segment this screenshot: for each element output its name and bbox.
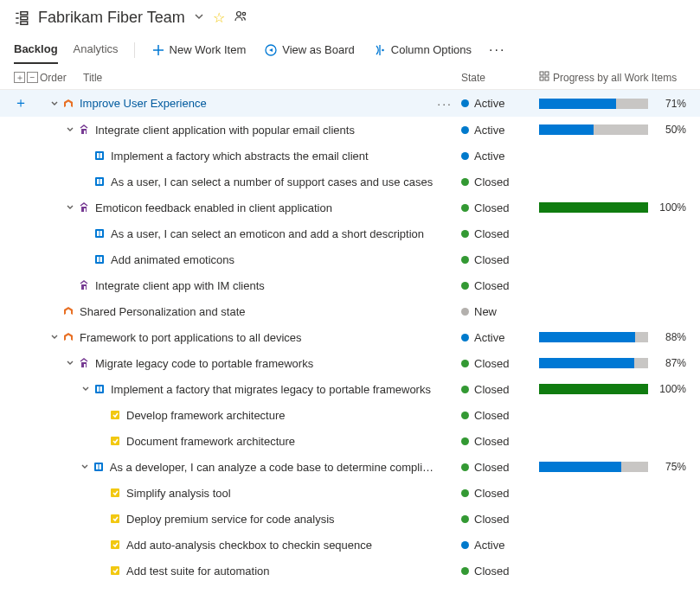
work-item-title[interactable]: Integrate client app with IM clients [95,279,265,292]
backlog-row[interactable]: Integrate client application with popula… [0,117,700,143]
svg-rect-15 [97,179,100,184]
feature-icon [78,279,90,291]
story-icon [93,176,106,188]
title-cell: Shared Personalization and state [50,305,437,318]
column-progress[interactable]: Progress by all Work Items [539,71,686,84]
progress-percent: 100% [655,383,686,395]
collapse-all-button[interactable]: − [27,72,38,83]
backlog-row[interactable]: Framework to port applications to all de… [0,324,700,350]
column-state[interactable]: State [461,72,539,84]
backlog-row[interactable]: Document framework architecture···Closed [0,428,700,454]
backlog-row[interactable]: Simplify analysis tool···Closed [0,480,700,506]
backlog-row[interactable]: Implement a factory that migrates legacy… [0,376,700,402]
feature-icon [78,124,90,136]
work-item-title[interactable]: Add animated emoticons [111,253,234,266]
tab-backlog[interactable]: Backlog [14,35,58,64]
backlog-row[interactable]: Add test suite for automation···Closed [0,558,700,584]
backlog-row[interactable]: ＋Improve User Experience···Active71% [0,90,700,117]
state-dot-icon [461,99,469,107]
expand-caret[interactable] [66,125,76,134]
backlog-row[interactable]: Migrate legacy code to portable framewor… [0,350,700,376]
work-item-title[interactable]: Framework to port applications to all de… [80,331,302,344]
backlog-row[interactable]: Integrate client app with IM clients···C… [0,272,700,298]
column-options-button[interactable]: Column Options [372,40,473,60]
progress-cell: 88% [539,331,686,343]
svg-rect-1 [21,16,28,19]
state-label: Active [474,124,504,137]
title-cell: Migrate legacy code to portable framewor… [50,357,437,370]
progress-bar [539,462,648,472]
more-actions-button[interactable]: ··· [489,42,505,58]
team-members-icon[interactable] [234,10,247,26]
story-icon [93,253,106,265]
row-more-actions[interactable]: ··· [437,97,453,111]
state-cell: Active [461,124,539,137]
expand-all-button[interactable]: ＋ [14,72,25,83]
backlog-row[interactable]: As a user, I can select a number of supp… [0,169,700,195]
backlog-rows: ＋Improve User Experience···Active71%Inte… [0,90,700,584]
new-work-item-button[interactable]: New Work Item [151,40,248,60]
tab-analytics[interactable]: Analytics [74,35,119,64]
backlog-row[interactable]: As a user, I can select an emoticon and … [0,220,700,246]
work-item-title[interactable]: Add test suite for automation [126,565,269,578]
work-item-title[interactable]: As a user, I can select a number of supp… [111,176,433,188]
progress-cell: 100% [539,383,686,395]
backlog-row[interactable]: Implement a factory which abstracts the … [0,143,700,169]
work-item-title[interactable]: Add auto-analysis checkbox to checkin se… [126,539,372,552]
backlog-row[interactable]: Deploy premium service for code analysis… [0,506,700,532]
state-cell: Closed [461,513,539,526]
state-dot-icon [461,515,469,523]
work-item-title[interactable]: Migrate legacy code to portable framewor… [95,357,313,370]
work-item-title[interactable]: Integrate client application with popula… [95,124,355,137]
backlog-row[interactable]: Add auto-analysis checkbox to checkin se… [0,532,700,558]
svg-rect-26 [111,411,119,419]
backlog-row[interactable]: Shared Personalization and state···New [0,298,700,324]
view-as-board-button[interactable]: View as Board [263,40,356,60]
svg-rect-21 [97,257,100,262]
svg-rect-2 [21,21,28,23]
work-item-title[interactable]: Shared Personalization and state [80,305,246,318]
title-cell: Framework to port applications to all de… [50,331,437,344]
expand-caret[interactable] [81,385,92,393]
work-item-title[interactable]: Simplify analysis tool [126,487,231,500]
task-icon [109,565,121,577]
chevron-down-icon[interactable] [194,11,204,24]
state-label: Closed [474,176,509,188]
board-icon [265,44,277,56]
title-cell: Add auto-analysis checkbox to checkin se… [50,539,437,552]
expand-caret[interactable] [50,99,61,108]
work-item-title[interactable]: Implement a factory which abstracts the … [111,150,369,163]
state-label: Closed [474,435,509,448]
backlog-row[interactable]: Emoticon feedback enabled in client appl… [0,195,700,220]
add-child-button[interactable]: ＋ [14,94,28,112]
work-item-title[interactable]: Implement a factory that migrates legacy… [111,383,431,396]
work-item-title[interactable]: As a developer, I can analyze a code bas… [110,461,438,474]
column-title[interactable]: Title [83,72,461,84]
work-item-title[interactable]: Document framework architecture [126,435,295,448]
svg-rect-14 [95,177,104,186]
work-item-title[interactable]: Improve User Experience [80,97,207,110]
expand-caret[interactable] [50,333,61,341]
svg-rect-22 [100,257,103,262]
backlog-row[interactable]: Add animated emoticons···Closed [0,246,700,272]
svg-rect-13 [100,153,103,158]
state-cell: Active [461,539,539,552]
team-name[interactable]: Fabrikam Fiber Team [38,9,185,27]
favorite-star-icon[interactable]: ☆ [213,10,225,26]
expand-caret[interactable] [66,359,76,367]
state-label: Closed [474,201,509,214]
work-item-title[interactable]: Develop framework architecture [126,409,286,422]
title-cell: Simplify analysis tool [50,487,437,500]
work-item-title[interactable]: Deploy premium service for code analysis [126,513,335,526]
state-dot-icon [461,256,469,264]
state-label: Active [474,539,504,552]
column-order[interactable]: Order [40,72,83,84]
expand-caret[interactable] [66,203,76,212]
state-dot-icon [461,412,469,419]
expand-caret[interactable] [80,463,91,471]
backlog-row[interactable]: Develop framework architecture···Closed [0,402,700,428]
epic-icon [62,305,74,317]
work-item-title[interactable]: As a user, I can select an emoticon and … [111,227,424,240]
backlog-row[interactable]: As a developer, I can analyze a code bas… [0,454,700,480]
work-item-title[interactable]: Emoticon feedback enabled in client appl… [95,201,332,214]
